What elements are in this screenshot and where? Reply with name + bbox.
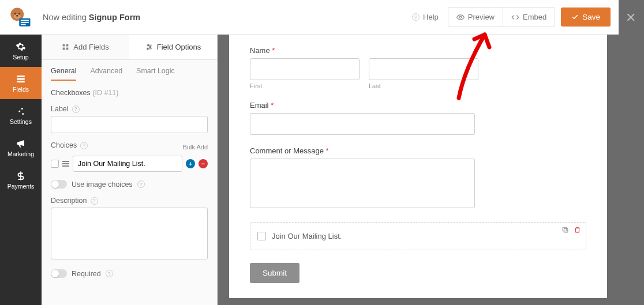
subtab-advanced[interactable]: Advanced	[90, 67, 122, 81]
submit-button[interactable]: Submit	[250, 263, 299, 283]
svg-rect-12	[17, 76, 25, 77]
sliders-icon	[16, 106, 26, 116]
choice-row: + −	[51, 156, 208, 172]
selected-checkbox-field[interactable]: Join Our Mailing List.	[250, 222, 586, 250]
first-sublabel: First	[250, 82, 360, 89]
help-icon: ?	[412, 13, 420, 21]
svg-point-1	[13, 10, 16, 13]
svg-rect-20	[63, 48, 65, 50]
email-label: Email *	[250, 101, 586, 110]
preview-checkbox[interactable]	[257, 232, 266, 240]
svg-point-11	[459, 16, 462, 18]
email-input[interactable]	[250, 113, 475, 135]
eye-icon	[456, 13, 465, 21]
last-name-input[interactable]	[369, 58, 478, 80]
svg-rect-8	[21, 20, 29, 21]
name-label: Name *	[250, 46, 586, 55]
remove-choice-button[interactable]: −	[199, 159, 208, 168]
tab-add-fields[interactable]: Add Fields	[42, 35, 129, 59]
help-link[interactable]: ? Help	[412, 13, 439, 21]
description-heading: Description	[51, 197, 87, 205]
label-input[interactable]	[51, 116, 208, 133]
grid-icon	[62, 43, 69, 51]
nav-rail: Setup Fields Settings Marketing Payments	[0, 35, 42, 305]
comment-textarea[interactable]	[250, 159, 475, 208]
help-icon[interactable]: ?	[106, 270, 113, 277]
choice-default-checkbox[interactable]	[51, 160, 59, 168]
description-input[interactable]	[51, 208, 208, 259]
svg-point-6	[16, 15, 18, 16]
svg-point-4	[14, 13, 16, 14]
svg-point-25	[147, 44, 148, 46]
preview-embed-group: Preview Embed	[448, 7, 555, 27]
required-toggle[interactable]	[51, 269, 67, 278]
drag-handle-icon[interactable]	[62, 161, 69, 167]
fields-icon	[16, 74, 26, 84]
svg-rect-18	[63, 44, 65, 47]
choice-input[interactable]	[73, 156, 182, 172]
help-icon[interactable]: ?	[72, 106, 80, 113]
svg-point-2	[18, 10, 21, 13]
topbar: Now editing Signup Form ? Help Preview E…	[0, 0, 619, 35]
dollar-icon	[16, 171, 26, 181]
rail-marketing[interactable]: Marketing	[0, 131, 42, 164]
label-heading: Label	[51, 105, 69, 113]
close-icon[interactable]: ✕	[626, 10, 636, 25]
duplicate-icon[interactable]	[561, 226, 569, 234]
trash-icon[interactable]	[574, 226, 581, 234]
wpforms-logo	[8, 5, 32, 29]
image-choices-toggle[interactable]	[51, 180, 67, 189]
sliders-icon	[145, 43, 153, 51]
required-label: Required	[72, 270, 101, 278]
code-icon	[511, 13, 519, 21]
svg-point-27	[147, 48, 148, 50]
form-canvas: Name * First Last Email *	[218, 35, 619, 305]
svg-rect-9	[21, 21, 29, 22]
bullhorn-icon	[16, 138, 26, 149]
svg-point-17	[22, 113, 24, 115]
svg-rect-28	[564, 228, 568, 232]
last-sublabel: Last	[369, 82, 478, 89]
preview-button[interactable]: Preview	[448, 7, 503, 27]
check-icon	[571, 13, 579, 21]
help-icon[interactable]: ?	[137, 180, 145, 188]
add-choice-button[interactable]: +	[186, 159, 195, 168]
svg-rect-10	[21, 24, 26, 25]
svg-point-5	[18, 13, 20, 14]
svg-point-15	[21, 108, 23, 110]
svg-point-26	[149, 46, 151, 47]
svg-rect-13	[17, 78, 25, 80]
svg-rect-19	[66, 44, 69, 47]
svg-rect-21	[66, 48, 69, 50]
svg-point-16	[18, 110, 20, 112]
field-crumb: Checkboxes (ID #11)	[51, 89, 208, 97]
embed-button[interactable]: Embed	[503, 7, 555, 27]
image-choices-label: Use image choices	[72, 180, 133, 189]
subtab-smart-logic[interactable]: Smart Logic	[136, 67, 175, 81]
download-icon	[175, 144, 181, 150]
rail-setup[interactable]: Setup	[0, 35, 42, 67]
save-button[interactable]: Save	[561, 7, 611, 27]
gear-icon	[16, 42, 26, 52]
first-name-input[interactable]	[250, 58, 360, 80]
rail-payments[interactable]: Payments	[0, 164, 42, 196]
help-icon[interactable]: ?	[91, 197, 98, 205]
preview-checkbox-label: Join Our Mailing List.	[272, 232, 342, 240]
subtab-general[interactable]: General	[51, 67, 76, 81]
tab-field-options[interactable]: Field Options	[129, 35, 217, 59]
rail-settings[interactable]: Settings	[0, 99, 42, 131]
svg-rect-29	[563, 227, 567, 231]
choices-heading: Choices	[51, 141, 77, 149]
sidebar: Add Fields Field Options General Advance…	[42, 35, 218, 305]
comment-label: Comment or Message *	[250, 146, 586, 155]
editing-title: Now editing Signup Form	[43, 13, 140, 22]
rail-fields[interactable]: Fields	[0, 67, 42, 99]
svg-rect-14	[17, 81, 25, 82]
bulk-add-link[interactable]: Bulk Add	[175, 144, 208, 150]
help-icon[interactable]: ?	[80, 142, 88, 149]
